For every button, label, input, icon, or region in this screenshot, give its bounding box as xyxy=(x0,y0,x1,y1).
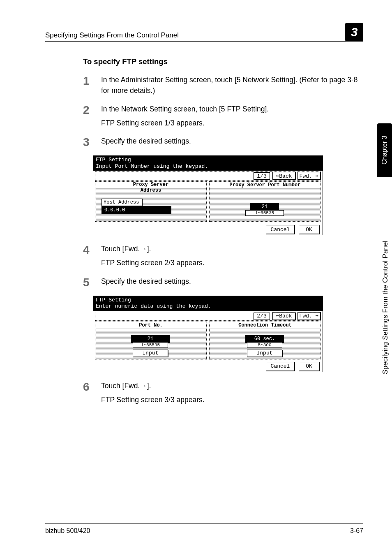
cancel-button[interactable]: Cancel xyxy=(266,225,295,234)
ftp-setting-screen-2: FTP Setting Enter numeric data using the… xyxy=(93,296,323,372)
screen-title: FTP Setting xyxy=(96,157,320,163)
step-subtext: FTP Setting screen 2/3 appears. xyxy=(101,257,363,268)
chapter-badge: 3 xyxy=(345,23,363,41)
step-number: 6 xyxy=(83,380,101,405)
page-indicator: 2/3 xyxy=(254,313,270,320)
timeout-value: 60 sec. xyxy=(245,335,284,343)
panel-heading: Connection Timeout xyxy=(209,322,321,328)
back-button[interactable]: ⬅Back xyxy=(272,312,295,320)
back-button[interactable]: ⬅Back xyxy=(272,172,295,180)
footer-right: 3-67 xyxy=(350,527,363,535)
port-number-value[interactable]: 21 xyxy=(250,203,279,211)
step-number: 2 xyxy=(83,104,101,129)
step-text: Specify the desired settings. xyxy=(101,276,363,288)
host-address-tab[interactable]: Host Address xyxy=(101,199,143,206)
step-number: 5 xyxy=(83,276,101,288)
step-subtext: FTP Setting screen 3/3 appears. xyxy=(101,394,363,405)
forward-button[interactable]: Fwd. ➡ xyxy=(297,172,321,180)
input-button[interactable]: Input xyxy=(247,350,282,357)
step-text: In the Administrator Setting screen, tou… xyxy=(101,74,363,96)
step-text: Touch [Fwd.→]. xyxy=(101,243,363,254)
screen-subtitle: Enter numeric data using the keypad. xyxy=(96,303,320,310)
running-head: Specifying Settings From the Control Pan… xyxy=(45,31,179,39)
ok-button[interactable]: OK xyxy=(299,225,319,234)
panel-heading: Proxy Server Address xyxy=(95,182,207,193)
side-chapter-tab: Chapter 3 xyxy=(377,123,392,177)
ok-button[interactable]: OK xyxy=(299,362,319,371)
side-caption: Specifying Settings From the Control Pan… xyxy=(381,185,390,374)
ftp-setting-screen-1: FTP Setting Input Port Number using the … xyxy=(93,155,323,235)
panel-heading: Port No. xyxy=(95,322,207,328)
step-text: In the Network Setting screen, touch [5 … xyxy=(101,104,363,114)
step-text: Specify the desired settings. xyxy=(101,136,363,148)
host-address-value[interactable]: 0.0.0.0 xyxy=(101,206,171,214)
step-number: 3 xyxy=(83,136,101,148)
screen-subtitle: Input Port Number using the keypad. xyxy=(96,163,320,170)
input-button[interactable]: Input xyxy=(133,350,168,357)
step-text: Touch [Fwd.→]. xyxy=(101,380,363,391)
step-subtext: FTP Setting screen 1/3 appears. xyxy=(101,118,363,128)
panel-heading: Proxy Server Port Number xyxy=(209,182,321,188)
port-range: 1~65535 xyxy=(245,210,284,216)
footer-left: bizhub 500/420 xyxy=(45,527,90,535)
page-indicator: 1/3 xyxy=(254,172,270,180)
forward-button[interactable]: Fwd. ➡ xyxy=(297,312,321,320)
step-number: 4 xyxy=(83,243,101,269)
cancel-button[interactable]: Cancel xyxy=(266,362,295,371)
section-title: To specify FTP settings xyxy=(83,57,363,66)
timeout-range: 5~300 xyxy=(247,342,282,348)
port-range: 1~65535 xyxy=(133,342,168,348)
step-number: 1 xyxy=(83,74,101,96)
port-number-value: 21 xyxy=(131,335,170,343)
screen-title: FTP Setting xyxy=(96,297,320,303)
